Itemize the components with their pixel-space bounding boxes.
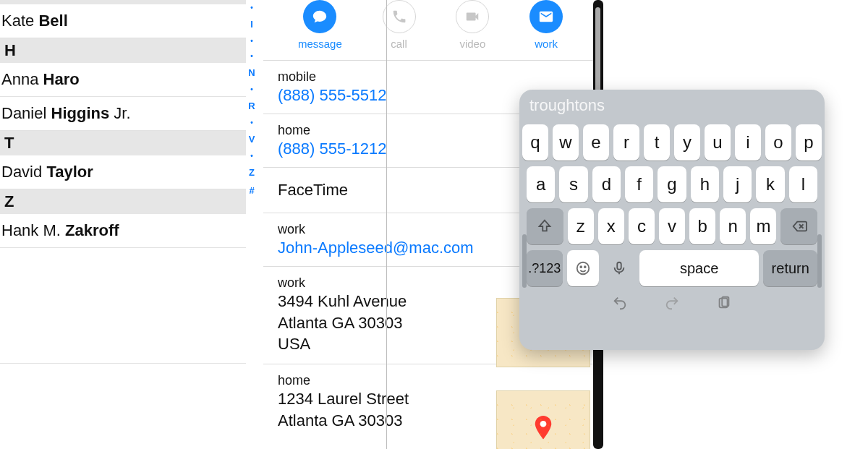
contact-row[interactable]: Daniel Higgins Jr. [0, 97, 246, 131]
index-letter[interactable]: I [243, 15, 260, 33]
message-label: message [298, 38, 342, 50]
key-space[interactable]: space [639, 250, 760, 286]
section-header-t: T [0, 131, 246, 155]
call-label: call [391, 38, 407, 50]
contact-suffix: Jr. [109, 104, 130, 122]
key-p[interactable]: p [796, 124, 822, 161]
key-backspace[interactable] [780, 208, 817, 244]
key-v[interactable]: v [659, 208, 685, 244]
contact-first: Hank M. [1, 221, 61, 239]
contact-row[interactable]: David Taylor [0, 155, 246, 189]
alpha-index[interactable]: • I • • N • R • V • Z # [243, 0, 260, 200]
floating-keyboard[interactable]: troughtons q w e r t y u i o p a s d f g… [519, 90, 825, 350]
index-letter[interactable]: V [243, 130, 260, 148]
key-d[interactable]: d [592, 166, 621, 202]
split-divider[interactable] [386, 0, 387, 449]
index-dot[interactable]: • [243, 33, 260, 48]
index-dot[interactable]: • [243, 148, 260, 163]
shift-icon [537, 218, 553, 234]
keyboard-row-3: z x c v b n m [527, 208, 817, 244]
contact-row[interactable]: Anna Haro [0, 63, 246, 97]
mail-button[interactable]: work [529, 0, 563, 50]
key-return[interactable]: return [763, 250, 817, 286]
undo-icon[interactable] [612, 295, 628, 311]
video-icon [456, 0, 489, 33]
split-grabber[interactable] [595, 7, 600, 94]
key-numbers[interactable]: .?123 [527, 250, 563, 286]
index-dot[interactable]: • [243, 48, 260, 64]
key-y[interactable]: y [674, 124, 700, 161]
key-r[interactable]: r [613, 124, 639, 161]
key-j[interactable]: j [723, 166, 752, 202]
key-f[interactable]: f [625, 166, 653, 202]
call-button[interactable]: call [383, 0, 416, 50]
video-label: video [459, 38, 485, 50]
contact-first: Kate [1, 12, 34, 30]
clipboard-icon[interactable] [716, 295, 732, 311]
redo-icon[interactable] [664, 295, 680, 311]
contact-last: Haro [43, 70, 80, 88]
keyboard-row-1: q w e r t y u i o p [527, 124, 817, 161]
contact-last: Taylor [46, 163, 93, 181]
index-dot[interactable]: • [243, 0, 260, 15]
map-pin-icon [532, 416, 554, 448]
index-letter[interactable]: R [243, 97, 260, 115]
key-a[interactable]: a [527, 166, 555, 202]
svg-rect-6 [617, 262, 621, 270]
keyboard-suggestion-bar[interactable]: troughtons [519, 90, 825, 121]
keyboard-toolbar [527, 292, 817, 311]
field-label: mobile [278, 69, 583, 85]
section-header-z: Z [0, 189, 246, 214]
key-w[interactable]: w [553, 124, 579, 161]
key-emoji[interactable] [567, 250, 599, 286]
svg-point-2 [540, 421, 547, 427]
key-z[interactable]: z [568, 208, 594, 244]
section-header-h: H [0, 38, 246, 63]
message-button[interactable]: message [298, 0, 342, 50]
map-thumbnail-home[interactable] [496, 390, 590, 449]
svg-point-5 [584, 266, 586, 268]
contact-row[interactable]: Hank M. Zakroff [0, 214, 246, 248]
phone-icon [383, 0, 416, 33]
key-b[interactable]: b [689, 208, 715, 244]
svg-point-3 [576, 262, 589, 275]
key-shift[interactable] [527, 208, 563, 244]
contact-last: Higgins [51, 104, 110, 122]
message-icon [303, 0, 336, 33]
index-hash[interactable]: # [243, 181, 260, 200]
key-s[interactable]: s [559, 166, 587, 202]
backspace-icon [791, 218, 807, 234]
key-m[interactable]: m [750, 208, 776, 244]
key-x[interactable]: x [598, 208, 624, 244]
key-t[interactable]: t [644, 124, 670, 161]
contact-first: Daniel [1, 104, 46, 122]
index-letter[interactable]: Z [243, 163, 260, 181]
index-dot[interactable]: • [243, 82, 260, 97]
contact-first: Anna [1, 70, 38, 88]
index-letter[interactable]: N [243, 64, 260, 82]
key-n[interactable]: n [720, 208, 746, 244]
contacts-list: Kate Bell H Anna Haro Daniel Higgins Jr.… [0, 0, 246, 449]
key-c[interactable]: c [629, 208, 655, 244]
key-e[interactable]: e [583, 124, 609, 161]
key-g[interactable]: g [658, 166, 686, 202]
keyboard-row-4: .?123 space return [527, 250, 817, 286]
mic-icon [611, 260, 627, 276]
key-u[interactable]: u [705, 124, 731, 161]
key-i[interactable]: i [735, 124, 761, 161]
emoji-icon [575, 260, 591, 276]
key-l[interactable]: l [789, 166, 817, 202]
key-o[interactable]: o [765, 124, 791, 161]
key-dictation[interactable] [603, 250, 635, 286]
mail-icon [529, 0, 563, 33]
keyboard-resize-handle[interactable] [817, 234, 822, 288]
keyboard-resize-handle[interactable] [522, 234, 527, 288]
video-button[interactable]: video [456, 0, 489, 50]
mail-label: work [535, 38, 558, 50]
key-h[interactable]: h [691, 166, 719, 202]
index-dot[interactable]: • [243, 115, 260, 130]
contact-row[interactable]: Kate Bell [0, 4, 246, 38]
field-label: home [278, 373, 583, 388]
key-q[interactable]: q [522, 124, 548, 161]
key-k[interactable]: k [756, 166, 784, 202]
